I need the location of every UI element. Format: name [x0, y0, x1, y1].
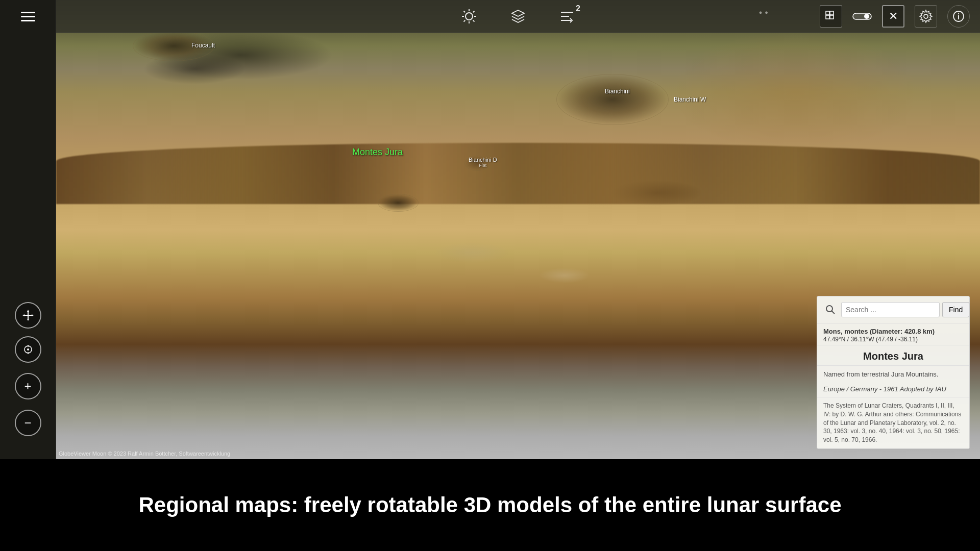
- ridge-line: [56, 143, 980, 204]
- zoom-in-button[interactable]: +: [15, 373, 41, 399]
- annotation-button[interactable]: 2: [558, 7, 576, 26]
- grid-view-button[interactable]: [820, 5, 842, 28]
- svg-rect-23: [830, 15, 834, 19]
- svg-line-15: [464, 11, 465, 13]
- pan-button[interactable]: [15, 302, 41, 329]
- info-origin: Europe / Germany - 1961 Adopted by IAU: [817, 383, 969, 397]
- svg-marker-2: [27, 310, 29, 312]
- label-bianchini: Bianchini: [605, 88, 630, 95]
- crater-small: [378, 194, 419, 212]
- layers-button[interactable]: [509, 7, 527, 26]
- annotation-badge: 2: [576, 4, 580, 13]
- info-description: Named from terrestrial Jura Mountains.: [817, 366, 969, 383]
- sun-button[interactable]: [460, 7, 478, 26]
- svg-line-17: [473, 11, 475, 13]
- find-button[interactable]: Find: [942, 302, 969, 317]
- info-panel: Find Mons, montes (Diameter: 420.8 km) 4…: [817, 296, 970, 449]
- caption-bar: Regional maps: freely rotatable 3D model…: [0, 459, 980, 551]
- close-button[interactable]: ✕: [882, 5, 904, 28]
- svg-point-25: [864, 14, 869, 19]
- svg-marker-19: [512, 10, 524, 16]
- info-subtitle: Mons, montes (Diameter: 420.8 km) 47.49°…: [817, 323, 969, 345]
- svg-point-30: [826, 306, 832, 312]
- center-button[interactable]: [15, 336, 41, 363]
- menu-button[interactable]: [21, 12, 35, 21]
- toolbar: 2 ● ● ✕: [56, 0, 980, 33]
- svg-rect-21: [830, 11, 834, 15]
- caption-text: Regional maps: freely rotatable 3D model…: [138, 491, 841, 519]
- svg-line-16: [473, 20, 475, 22]
- minus-icon: −: [24, 417, 31, 429]
- label-montes-jura: Montes Jura: [352, 147, 403, 158]
- map-copyright: GlobeViewer Moon © 2023 Ralf Armin Böttc…: [59, 450, 230, 457]
- crater-bianchini: [556, 74, 669, 125]
- label-bianchini-d: Bianchini D Flat: [469, 157, 497, 168]
- svg-point-29: [958, 13, 959, 14]
- svg-point-10: [465, 13, 473, 20]
- settings-button[interactable]: [915, 5, 937, 28]
- close-icon: ✕: [889, 10, 898, 23]
- svg-marker-5: [32, 314, 34, 316]
- svg-rect-22: [826, 15, 829, 19]
- svg-point-7: [27, 348, 29, 350]
- search-icon: [822, 302, 839, 318]
- svg-point-26: [924, 14, 928, 18]
- plus-icon: +: [24, 380, 31, 392]
- info-button[interactable]: [947, 5, 970, 28]
- info-reference: The System of Lunar Craters, Quadrants I…: [817, 397, 969, 448]
- search-row: Find: [817, 296, 969, 323]
- zoom-out-button[interactable]: −: [15, 410, 41, 436]
- svg-line-18: [464, 20, 465, 22]
- settings-toggle[interactable]: [852, 11, 872, 22]
- info-title: Montes Jura: [817, 345, 969, 366]
- svg-marker-3: [27, 319, 29, 321]
- toolbar-center-controls: 2: [460, 7, 576, 26]
- label-foucault: Foucault: [191, 42, 215, 49]
- svg-line-31: [832, 311, 835, 314]
- toolbar-right-controls: ● ● ✕: [800, 5, 970, 28]
- label-bianchini-w: Bianchini W: [674, 96, 706, 103]
- svg-rect-20: [826, 11, 829, 15]
- svg-marker-4: [22, 314, 24, 316]
- search-input[interactable]: [841, 302, 940, 317]
- sidebar: + −: [0, 0, 56, 459]
